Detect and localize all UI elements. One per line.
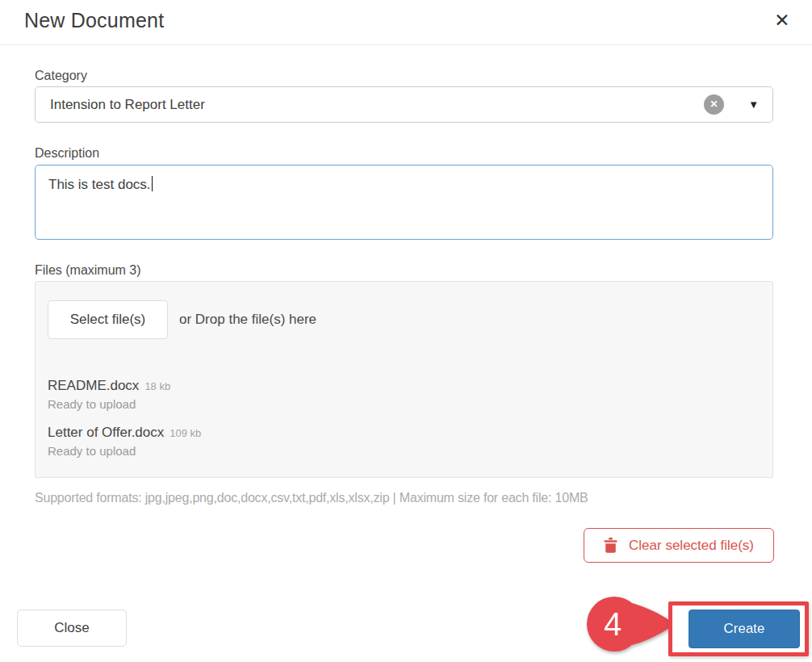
description-textarea[interactable]: This is test docs. xyxy=(35,165,773,240)
step-balloon-icon: 4 xyxy=(583,594,678,656)
drop-row: Select file(s) or Drop the file(s) here xyxy=(48,300,760,339)
text-cursor xyxy=(152,176,153,191)
category-label: Category xyxy=(35,69,87,83)
dropdown-caret-icon[interactable]: ▼ xyxy=(748,98,759,111)
file-list-item: README.docx18 kb Ready to upload xyxy=(48,378,760,411)
clear-selected-files-button[interactable]: Clear selected file(s) xyxy=(584,528,774,563)
file-name: Letter of Offer.docx xyxy=(48,425,164,440)
file-size: 18 kb xyxy=(144,380,170,392)
file-dropzone[interactable]: Select file(s) or Drop the file(s) here … xyxy=(35,281,773,478)
files-label: Files (maximum 3) xyxy=(35,263,141,278)
dialog-title: New Document xyxy=(24,9,164,32)
dialog-close-button[interactable]: ✕ xyxy=(768,6,796,34)
file-list-item: Letter of Offer.docx109 kb Ready to uplo… xyxy=(48,425,760,458)
category-value: Intension to Report Letter xyxy=(50,97,704,113)
file-name: README.docx xyxy=(48,378,139,393)
new-document-dialog: New Document ✕ Category Intension to Rep… xyxy=(0,0,812,662)
drop-hint: or Drop the file(s) here xyxy=(179,312,316,328)
close-icon: ✕ xyxy=(774,10,789,31)
file-size: 109 kb xyxy=(170,427,201,439)
description-label: Description xyxy=(35,146,99,161)
file-status: Ready to upload xyxy=(48,444,760,458)
file-status: Ready to upload xyxy=(48,397,760,411)
formats-note: Supported formats: jpg,jpeg,png,doc,docx… xyxy=(35,491,588,505)
trash-icon xyxy=(604,538,617,553)
close-button[interactable]: Close xyxy=(17,610,127,647)
step-number: 4 xyxy=(604,606,622,642)
dialog-header: New Document ✕ xyxy=(0,0,812,45)
create-button[interactable]: Create xyxy=(689,610,800,648)
description-value: This is test docs. xyxy=(48,177,151,192)
annotation-highlight-box: Create xyxy=(668,601,809,656)
category-select[interactable]: Intension to Report Letter ✕ ▼ xyxy=(35,86,773,123)
clear-selected-files-label: Clear selected file(s) xyxy=(629,538,754,554)
clear-category-icon[interactable]: ✕ xyxy=(704,94,724,115)
select-files-button[interactable]: Select file(s) xyxy=(48,300,168,339)
